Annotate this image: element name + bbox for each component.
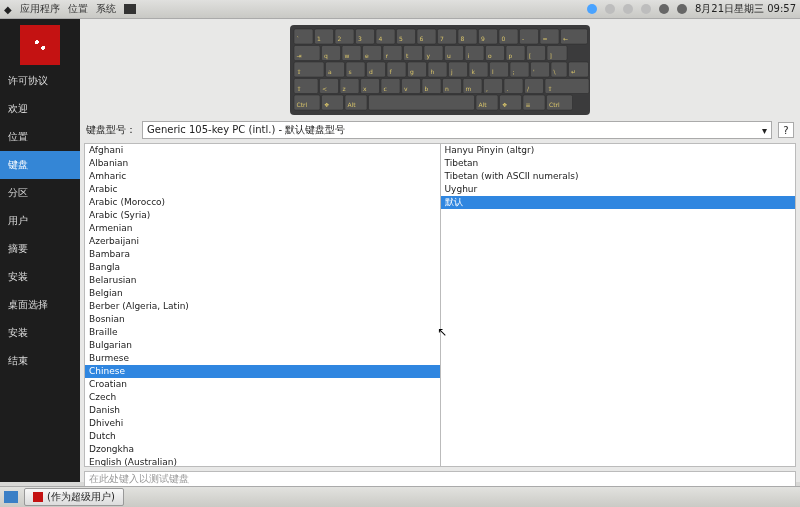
clock[interactable]: 8月21日星期三 09:57 [695, 2, 796, 16]
svg-text:9: 9 [481, 35, 485, 42]
variant-item[interactable]: Tibetan [441, 157, 796, 170]
layout-item[interactable]: Armenian [85, 222, 440, 235]
layout-item[interactable]: Dzongkha [85, 443, 440, 456]
variant-item[interactable]: 默认 [441, 196, 796, 209]
sidebar-item-license[interactable]: 许可协议 [0, 67, 80, 95]
installer-sidebar: 许可协议欢迎位置键盘分区用户摘要安装桌面选择安装结束 [0, 19, 80, 482]
tray-generic-icon[interactable] [605, 4, 615, 14]
svg-text:←: ← [563, 35, 568, 42]
chevron-down-icon: ▾ [762, 125, 767, 136]
variant-list[interactable]: Hanyu Pinyin (altgr)TibetanTibetan (with… [440, 144, 796, 466]
layout-item[interactable]: Bulgarian [85, 339, 440, 352]
keyboard-model-row: 键盘型号： Generic 105-key PC (intl.) - 默认键盘型… [80, 119, 800, 143]
svg-text:o: o [488, 52, 492, 59]
svg-text:h: h [431, 68, 435, 75]
sidebar-item-welcome[interactable]: 欢迎 [0, 95, 80, 123]
keyboard-model-select[interactable]: Generic 105-key PC (intl.) - 默认键盘型号 ▾ [142, 121, 772, 139]
svg-text:-: - [522, 35, 524, 42]
layout-item[interactable]: Chinese [85, 365, 440, 378]
layout-list[interactable]: AfghaniAlbanianAmharicArabicArabic (Moro… [85, 144, 440, 466]
svg-text:≡: ≡ [526, 101, 531, 108]
svg-text:k: k [472, 68, 476, 75]
sidebar-item-install2[interactable]: 安装 [0, 319, 80, 347]
sidebar-item-finish[interactable]: 结束 [0, 347, 80, 375]
svg-text:.: . [507, 85, 509, 92]
layout-item[interactable]: Burmese [85, 352, 440, 365]
svg-text:Alt: Alt [479, 101, 488, 108]
menu-system[interactable]: 系统 [96, 2, 116, 16]
sidebar-item-install1[interactable]: 安装 [0, 263, 80, 291]
show-desktop-icon[interactable] [4, 491, 18, 503]
svg-rect-115 [369, 95, 475, 110]
sidebar-item-summary[interactable]: 摘要 [0, 235, 80, 263]
svg-text:b: b [425, 85, 429, 92]
tray-generic-icon[interactable] [641, 4, 651, 14]
svg-text:↵: ↵ [571, 68, 576, 75]
layout-item[interactable]: Braille [85, 326, 440, 339]
layout-item[interactable]: Albanian [85, 157, 440, 170]
layout-item[interactable]: Arabic (Morocco) [85, 196, 440, 209]
svg-text:⇧: ⇧ [297, 85, 302, 92]
layout-item[interactable]: Dutch [85, 430, 440, 443]
svg-text:a: a [328, 68, 332, 75]
layout-item[interactable]: Arabic (Syria) [85, 209, 440, 222]
layout-item[interactable]: Bangla [85, 261, 440, 274]
sidebar-item-partition[interactable]: 分区 [0, 179, 80, 207]
layout-item[interactable]: Belarusian [85, 274, 440, 287]
svg-text:j: j [450, 68, 453, 76]
layout-item[interactable]: Dhivehi [85, 417, 440, 430]
keyboard-model-label: 键盘型号： [86, 123, 136, 137]
svg-text:=: = [543, 35, 548, 42]
svg-text:u: u [447, 52, 451, 59]
menubar-apps-icon: ◆ [4, 4, 12, 15]
svg-text:w: w [345, 52, 350, 59]
svg-text:;: ; [513, 68, 515, 75]
layout-item[interactable]: Belgian [85, 287, 440, 300]
layout-item[interactable]: Arabic [85, 183, 440, 196]
taskbar-window-button[interactable]: (作为超级用户) [24, 488, 124, 506]
svg-text:v: v [404, 85, 408, 92]
variant-item[interactable]: Tibetan (with ASCII numerals) [441, 170, 796, 183]
taskbar-window-label: (作为超级用户) [47, 490, 115, 504]
svg-text:0: 0 [502, 35, 506, 42]
menu-apps[interactable]: 应用程序 [20, 2, 60, 16]
layout-item[interactable]: Bambara [85, 248, 440, 261]
svg-text:[: [ [529, 52, 531, 59]
sidebar-item-desktop[interactable]: 桌面选择 [0, 291, 80, 319]
layout-item[interactable]: Berber (Algeria, Latin) [85, 300, 440, 313]
keyboard-test-input[interactable]: 在此处键入以测试键盘 [84, 471, 796, 487]
menu-places[interactable]: 位置 [68, 2, 88, 16]
variant-item[interactable]: Hanyu Pinyin (altgr) [441, 144, 796, 157]
keyboard-step-panel: `1234567890-=←⇥qwertyuiop[]⇪asdfghjkl;'\… [80, 19, 800, 482]
svg-text:❖: ❖ [502, 101, 507, 108]
tray-network-icon[interactable] [659, 4, 669, 14]
layout-item[interactable]: Bosnian [85, 313, 440, 326]
layout-item[interactable]: Danish [85, 404, 440, 417]
svg-text:⇧: ⇧ [548, 85, 553, 92]
layout-item[interactable]: English (Australian) [85, 456, 440, 466]
sidebar-item-users[interactable]: 用户 [0, 207, 80, 235]
tray-generic-icon[interactable] [623, 4, 633, 14]
variant-item[interactable]: Uyghur [441, 183, 796, 196]
tray-bluetooth-icon[interactable] [587, 4, 597, 14]
layout-item[interactable]: Czech [85, 391, 440, 404]
svg-text:7: 7 [440, 35, 444, 42]
sidebar-item-location[interactable]: 位置 [0, 123, 80, 151]
panel-shortcut-icon[interactable] [124, 4, 136, 14]
layout-item[interactable]: Afghani [85, 144, 440, 157]
svg-text:8: 8 [461, 35, 465, 42]
sidebar-item-keyboard[interactable]: 键盘 [0, 151, 80, 179]
svg-text:1: 1 [317, 35, 321, 42]
layout-lists: AfghaniAlbanianAmharicArabicArabic (Moro… [84, 143, 796, 467]
keyboard-test-placeholder: 在此处键入以测试键盘 [89, 472, 189, 486]
svg-text:Ctrl: Ctrl [297, 101, 308, 108]
layout-item[interactable]: Croatian [85, 378, 440, 391]
svg-text:4: 4 [379, 35, 383, 42]
top-menubar: ◆ 应用程序 位置 系统 8月21日星期三 09:57 [0, 0, 800, 19]
layout-item[interactable]: Amharic [85, 170, 440, 183]
svg-text:3: 3 [358, 35, 362, 42]
svg-text:Ctrl: Ctrl [549, 101, 560, 108]
tray-sound-icon[interactable] [677, 4, 687, 14]
keyboard-model-help-button[interactable]: ? [778, 122, 794, 138]
layout-item[interactable]: Azerbaijani [85, 235, 440, 248]
